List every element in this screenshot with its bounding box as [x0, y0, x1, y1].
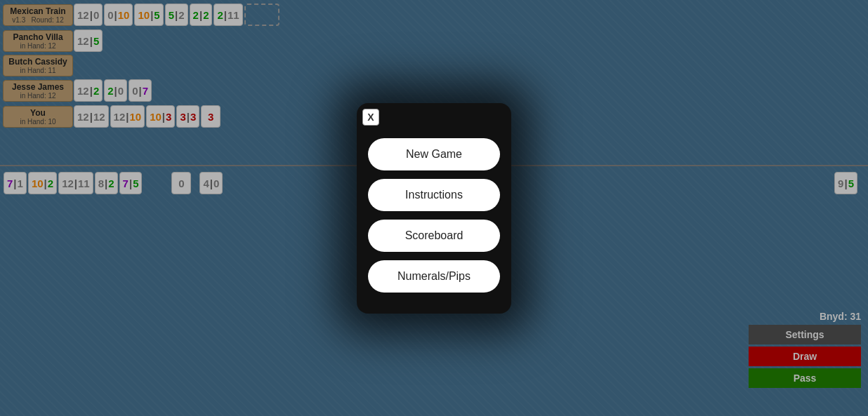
scoreboard-button[interactable]: Scoreboard	[368, 220, 500, 252]
modal-overlay: X New Game Instructions Scoreboard Numer…	[0, 0, 868, 416]
instructions-button[interactable]: Instructions	[368, 179, 500, 211]
new-game-button[interactable]: New Game	[368, 138, 500, 170]
modal-close-button[interactable]: X	[362, 109, 379, 126]
modal-box: X New Game Instructions Scoreboard Numer…	[357, 103, 511, 314]
numerals-pips-button[interactable]: Numerals/Pips	[368, 260, 500, 293]
